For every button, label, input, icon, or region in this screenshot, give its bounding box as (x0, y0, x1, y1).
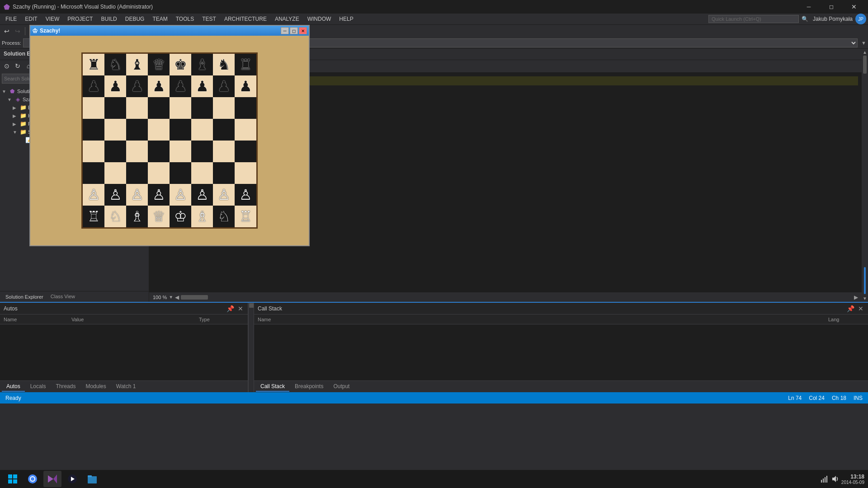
chess-cell[interactable] (235, 141, 256, 162)
chess-cell[interactable] (191, 119, 213, 141)
chess-cell[interactable] (213, 162, 235, 184)
chess-cell[interactable] (83, 97, 104, 119)
tab-locals[interactable]: Locals (26, 382, 51, 392)
sidebar-sync-button[interactable]: ⊙ (2, 61, 12, 71)
explorer-button[interactable] (83, 471, 101, 487)
tab-watch1[interactable]: Watch 1 (112, 382, 141, 392)
chess-cell[interactable] (148, 97, 170, 119)
tab-output[interactable]: Output (329, 382, 354, 392)
chess-cell[interactable] (235, 162, 256, 184)
chess-cell[interactable]: ♗ (191, 206, 213, 227)
tab-class-view[interactable]: Class View (49, 293, 77, 301)
tab-modules[interactable]: Modules (81, 382, 110, 392)
zoom-right-btn[interactable]: ▶ (854, 294, 858, 300)
tab-breakpoints[interactable]: Breakpoints (290, 382, 328, 392)
undo-button[interactable]: ↩ (2, 26, 12, 36)
chess-cell[interactable]: ♘ (104, 206, 126, 227)
autos-scrollbar[interactable] (249, 303, 254, 392)
chess-cell[interactable] (213, 119, 235, 141)
chess-cell[interactable]: ♟ (126, 75, 148, 97)
chess-cell[interactable]: ♜ (235, 54, 256, 75)
chess-cell[interactable] (148, 119, 170, 141)
start-button[interactable] (4, 471, 22, 487)
menu-view[interactable]: VIEW (42, 15, 63, 23)
winamp-button[interactable] (63, 471, 81, 487)
network-icon[interactable] (820, 474, 829, 483)
menu-edit[interactable]: EDIT (21, 15, 41, 23)
chess-cell[interactable] (191, 97, 213, 119)
chess-cell[interactable]: ♞ (104, 54, 126, 75)
chess-cell[interactable] (170, 119, 191, 141)
chess-cell[interactable]: ♕ (148, 206, 170, 227)
menu-file[interactable]: FILE (2, 15, 20, 23)
tab-threads[interactable]: Threads (51, 382, 80, 392)
zoom-dropdown[interactable]: ▼ (169, 295, 173, 300)
redo-button[interactable]: ↪ (13, 26, 23, 36)
tab-solution-explorer[interactable]: Solution Explorer (4, 293, 45, 300)
chess-cell[interactable] (104, 97, 126, 119)
chess-cell[interactable] (148, 141, 170, 162)
chess-cell[interactable]: ♜ (83, 54, 104, 75)
chess-cell[interactable]: ♟ (235, 75, 256, 97)
chess-cell[interactable] (213, 97, 235, 119)
autos-close[interactable]: ✕ (237, 304, 244, 313)
menu-tools[interactable]: TOOLS (172, 15, 198, 23)
chess-cell[interactable]: ♝ (126, 54, 148, 75)
menu-team[interactable]: TEAM (149, 15, 171, 23)
chess-cell[interactable]: ♙ (235, 184, 256, 206)
close-button[interactable]: ✕ (844, 0, 864, 14)
chess-cell[interactable]: ♟ (191, 75, 213, 97)
chess-cell[interactable]: ♟ (213, 75, 235, 97)
chess-cell[interactable]: ♝ (191, 54, 213, 75)
chess-cell[interactable]: ♙ (213, 184, 235, 206)
chess-minimize[interactable]: ─ (281, 27, 289, 34)
chess-cell[interactable]: ♞ (213, 54, 235, 75)
chess-cell[interactable]: ♟ (148, 75, 170, 97)
chess-cell[interactable] (126, 97, 148, 119)
chess-cell[interactable]: ♙ (83, 184, 104, 206)
menu-project[interactable]: PROJECT (64, 15, 96, 23)
chess-cell[interactable] (126, 141, 148, 162)
chess-cell[interactable] (126, 162, 148, 184)
chess-cell[interactable] (213, 141, 235, 162)
chess-cell[interactable] (191, 141, 213, 162)
chess-cell[interactable]: ♙ (104, 184, 126, 206)
chess-cell[interactable]: ♙ (170, 184, 191, 206)
menu-test[interactable]: TEST (198, 15, 220, 23)
chess-cell[interactable]: ♘ (213, 206, 235, 227)
chess-cell[interactable]: ♖ (235, 206, 256, 227)
callstack-close[interactable]: ✕ (857, 304, 864, 313)
minimize-button[interactable]: ─ (798, 0, 819, 14)
chess-cell[interactable]: ♗ (126, 206, 148, 227)
menu-help[interactable]: HELP (335, 15, 357, 23)
chess-cell[interactable] (83, 141, 104, 162)
chess-cell[interactable] (170, 141, 191, 162)
chess-application-window[interactable]: ♔ Szachy! ─ ◻ ✕ ♜♞♝♛♚♝♞♜♟♟♟♟♟♟♟♟♙♙♙♙♙♙♙♙… (29, 25, 310, 246)
chess-cell[interactable]: ♟ (170, 75, 191, 97)
chess-cell[interactable] (170, 162, 191, 184)
chess-cell[interactable]: ♙ (148, 184, 170, 206)
quick-launch-input[interactable]: Quick Launch (Ctrl+Q) (708, 15, 799, 23)
chess-cell[interactable] (83, 119, 104, 141)
chrome-button[interactable] (24, 471, 42, 487)
chess-cell[interactable] (170, 97, 191, 119)
callstack-pin[interactable]: 📌 (846, 304, 855, 313)
menu-analyze[interactable]: ANALYZE (271, 15, 303, 23)
chess-cell[interactable] (235, 97, 256, 119)
chess-cell[interactable]: ♚ (170, 54, 191, 75)
autos-pin[interactable]: 📌 (226, 304, 235, 313)
menu-window[interactable]: WINDOW (304, 15, 335, 23)
zoom-left-btn[interactable]: ◀ (175, 294, 179, 300)
chess-cell[interactable] (104, 141, 126, 162)
chess-cell[interactable] (191, 162, 213, 184)
tab-autos[interactable]: Autos (2, 382, 25, 392)
chess-cell[interactable]: ♔ (170, 206, 191, 227)
vs-taskbar-button[interactable] (43, 471, 61, 487)
menu-build[interactable]: BUILD (97, 15, 120, 23)
chess-maximize[interactable]: ◻ (290, 27, 298, 34)
chess-cell[interactable] (104, 119, 126, 141)
chess-cell[interactable] (104, 162, 126, 184)
chess-cell[interactable]: ♟ (104, 75, 126, 97)
menu-architecture[interactable]: ARCHITECTURE (221, 15, 270, 23)
chess-cell[interactable] (83, 162, 104, 184)
